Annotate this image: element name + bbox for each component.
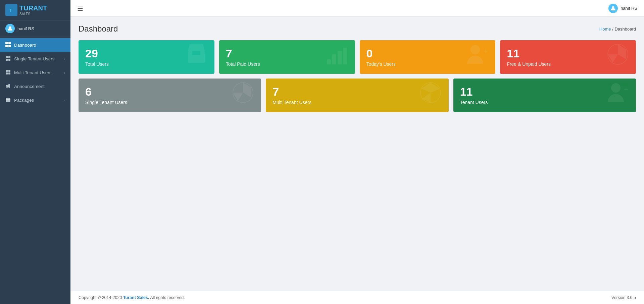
svg-rect-5 [5, 45, 8, 47]
stat-card-tenant: 11 Tenant Users + [453, 79, 636, 112]
sidebar-logo: T TURANT SALES [0, 0, 70, 20]
sidebar-username: hanif RS [17, 26, 34, 31]
footer-copyright-text: Copyright © 2014-2020 [79, 295, 123, 300]
total-users-number: 29 [85, 47, 109, 60]
svg-rect-9 [6, 59, 8, 61]
sidebar-dashboard-label: Dashboard [14, 43, 36, 48]
footer: Copyright © 2014-2020 Turant Sales. All … [70, 291, 644, 304]
topbar-user-avatar [608, 4, 618, 13]
svg-rect-3 [5, 42, 8, 44]
tenant-label: Tenant Users [460, 100, 488, 105]
breadcrumb-current: Dashboard [614, 27, 636, 32]
free-unpaid-icon [604, 41, 631, 73]
svg-rect-13 [6, 72, 8, 74]
multi-tenant-card-icon [417, 79, 444, 111]
app-logo-icon: T [5, 4, 17, 16]
sidebar-item-multi-tenant[interactable]: Multi Tenant Users ‹ [0, 66, 70, 80]
page-content: Dashboard Home / Dashboard 29 Total User… [70, 17, 644, 291]
todays-users-number: 0 [366, 47, 396, 60]
single-tenant-label: Single Tenant Users [85, 100, 127, 105]
sidebar-item-packages[interactable]: Packages ‹ [0, 93, 70, 107]
todays-users-label: Today's Users [366, 61, 396, 67]
svg-rect-6 [8, 45, 11, 47]
free-unpaid-label: Free & Unpaid Users [507, 61, 551, 67]
multi-tenant-chevron: ‹ [64, 71, 65, 75]
stat-card-total-paid: 7 Total Paid Users [219, 40, 355, 74]
total-paid-label: Total Paid Users [226, 61, 260, 67]
sidebar-user-section: hanif RS [0, 20, 70, 37]
footer-version-number: 3.0.5 [627, 295, 636, 300]
sidebar-user-avatar [5, 24, 15, 33]
sidebar-nav: Dashboard Single Tenant Users ‹ [0, 37, 70, 304]
svg-text:+: + [483, 47, 488, 55]
app-sub: SALES [19, 12, 47, 16]
total-paid-number: 7 [226, 47, 260, 60]
sidebar-packages-label: Packages [14, 98, 34, 103]
svg-rect-14 [8, 72, 10, 74]
footer-rights: All rights reserved. [149, 295, 185, 300]
breadcrumb-home[interactable]: Home [599, 27, 611, 32]
single-tenant-card-icon [230, 79, 256, 111]
page-header: Dashboard Home / Dashboard [79, 24, 636, 34]
sidebar-item-single-tenant[interactable]: Single Tenant Users ‹ [0, 52, 70, 66]
single-tenant-icon [5, 56, 11, 62]
svg-rect-16 [6, 98, 10, 102]
svg-text:T: T [9, 8, 12, 13]
footer-version: Version 3.0.5 [611, 295, 636, 300]
svg-text:+: + [624, 85, 628, 94]
svg-point-25 [470, 45, 480, 54]
sidebar-announcement-label: Announcement [14, 84, 45, 89]
packages-icon [5, 97, 11, 103]
topbar: ☰ hanif RS [70, 0, 644, 17]
svg-rect-7 [6, 56, 8, 58]
breadcrumb: Home / Dashboard [599, 27, 636, 32]
sidebar-item-announcement[interactable]: Announcement [0, 80, 70, 93]
stats-row-2: 6 Single Tenant Users 7 Multi Tenant Use… [79, 79, 636, 112]
footer-version-label: Version [611, 295, 626, 300]
sidebar-item-dashboard[interactable]: Dashboard [0, 38, 70, 52]
total-paid-icon [324, 41, 350, 73]
svg-rect-11 [6, 70, 8, 72]
todays-users-icon: + [464, 41, 491, 73]
svg-rect-22 [332, 54, 336, 64]
svg-point-30 [611, 83, 621, 93]
svg-rect-8 [8, 56, 10, 58]
svg-rect-10 [8, 59, 10, 61]
sidebar-multi-tenant-label: Multi Tenant Users [14, 70, 52, 75]
multi-tenant-label: Multi Tenant Users [273, 100, 311, 105]
stat-card-single-tenant: 6 Single Tenant Users [79, 79, 261, 112]
stat-card-total-users: 29 Total Users [79, 40, 214, 74]
single-tenant-chevron: ‹ [64, 57, 65, 61]
announcement-icon [5, 83, 11, 90]
topbar-username: hanif RS [621, 6, 637, 11]
footer-copyright: Copyright © 2014-2020 Turant Sales. All … [79, 295, 185, 300]
tenant-number: 11 [460, 86, 488, 98]
page-title: Dashboard [79, 24, 118, 34]
app-name: TURANT [19, 4, 47, 12]
packages-chevron: ‹ [64, 98, 65, 102]
single-tenant-number: 6 [85, 86, 127, 98]
free-unpaid-number: 11 [507, 47, 551, 60]
total-users-icon [183, 41, 210, 73]
sidebar: T TURANT SALES hanif RS [0, 0, 70, 304]
stat-card-free-unpaid: 11 Free & Unpaid Users [500, 40, 636, 74]
svg-rect-21 [327, 59, 331, 64]
stats-row-1: 29 Total Users 7 Total Paid Users [79, 40, 636, 74]
svg-rect-24 [343, 48, 347, 64]
svg-point-15 [6, 87, 8, 88]
multi-tenant-number: 7 [273, 86, 311, 98]
stat-card-todays-users: 0 Today's Users + [360, 40, 496, 74]
menu-toggle-button[interactable]: ☰ [77, 4, 83, 12]
main-content: ☰ hanif RS Dashboard Home / Dashboard [70, 0, 644, 304]
svg-rect-12 [8, 70, 10, 72]
total-users-label: Total Users [85, 61, 109, 67]
svg-rect-23 [338, 51, 342, 64]
tenant-card-icon: + [604, 79, 631, 111]
svg-rect-20 [192, 51, 200, 55]
dashboard-icon [5, 42, 11, 48]
multi-tenant-icon [5, 69, 11, 76]
sidebar-single-tenant-label: Single Tenant Users [14, 56, 55, 61]
stat-card-multi-tenant: 7 Multi Tenant Users [266, 79, 448, 112]
svg-rect-4 [8, 42, 11, 44]
footer-brand: Turant Sales. [123, 295, 149, 300]
